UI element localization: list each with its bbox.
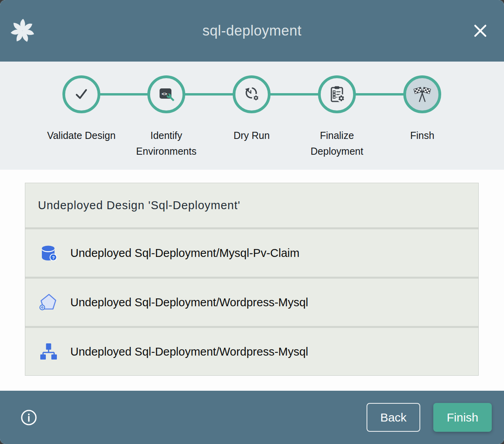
- deployment-tree-icon: [38, 342, 58, 362]
- step-circle: [233, 75, 271, 113]
- results-title-row: Undeployed Design 'Sql-Deployment': [25, 183, 478, 227]
- clipboard-gear-icon: [328, 86, 346, 103]
- svg-text:<>: <>: [162, 91, 167, 97]
- back-button[interactable]: Back: [367, 403, 420, 432]
- step-finalize-deployment[interactable]: Finalize Deployment: [301, 75, 372, 159]
- svg-text:?: ?: [52, 255, 55, 260]
- sync-gear-icon: [243, 86, 260, 103]
- finish-button[interactable]: Finish: [433, 403, 492, 432]
- step-dry-run[interactable]: Dry Run: [216, 75, 287, 143]
- step-circle: [318, 75, 356, 113]
- result-row-pod: Undeployed Sql-Deployment/Wordpress-Mysq…: [25, 277, 478, 326]
- step-validate-design[interactable]: Validate Design: [46, 75, 117, 143]
- step-label: Identify Environments: [131, 127, 202, 159]
- step-circle: <>: [147, 75, 185, 113]
- step-label: Finalize Deployment: [301, 127, 372, 159]
- pod-pentagon-icon: [38, 292, 58, 312]
- modal-header: sql-deployment: [0, 0, 504, 62]
- deployment-results-panel: Undeployed Design 'Sql-Deployment' ? Und…: [25, 183, 479, 376]
- result-row-pv-claim: ? Undeployed Sql-Deployment/Mysql-Pv-Cla…: [25, 227, 478, 277]
- checkered-flags-icon: [413, 86, 431, 103]
- step-circle: [62, 75, 100, 113]
- result-row-deployment: Undeployed Sql-Deployment/Wordpress-Mysq…: [25, 326, 478, 375]
- step-label: Dry Run: [216, 127, 287, 143]
- modal-footer: Back Finish: [0, 391, 504, 444]
- step-identify-environments[interactable]: <> Identify Environments: [131, 75, 202, 159]
- info-icon: [20, 408, 38, 427]
- deployment-wizard-modal: sql-deployment Validate Design: [0, 0, 504, 444]
- result-row-text: Undeployed Sql-Deployment/Mysql-Pv-Claim: [70, 247, 299, 260]
- meshery-pinwheel-logo-icon: [11, 19, 34, 43]
- result-row-text: Undeployed Sql-Deployment/Wordpress-Mysq…: [70, 345, 308, 358]
- result-row-text: Undeployed Sql-Deployment/Wordpress-Mysq…: [70, 296, 308, 309]
- modal-title: sql-deployment: [202, 22, 301, 39]
- close-icon: [472, 22, 489, 39]
- step-finish[interactable]: Finsh: [387, 75, 458, 143]
- code-wrench-icon: <>: [158, 86, 175, 103]
- close-button[interactable]: [472, 22, 489, 39]
- persistent-volume-claim-icon: ?: [38, 243, 58, 263]
- check-icon: [73, 86, 90, 103]
- step-label: Finsh: [387, 127, 458, 143]
- info-button[interactable]: [20, 408, 38, 427]
- step-label: Validate Design: [46, 127, 117, 143]
- deployment-stepper: Validate Design <> Identify Environments: [0, 62, 504, 170]
- step-circle: [403, 75, 441, 113]
- results-title: Undeployed Design 'Sql-Deployment': [38, 199, 241, 212]
- results-content: Undeployed Design 'Sql-Deployment' ? Und…: [0, 170, 504, 391]
